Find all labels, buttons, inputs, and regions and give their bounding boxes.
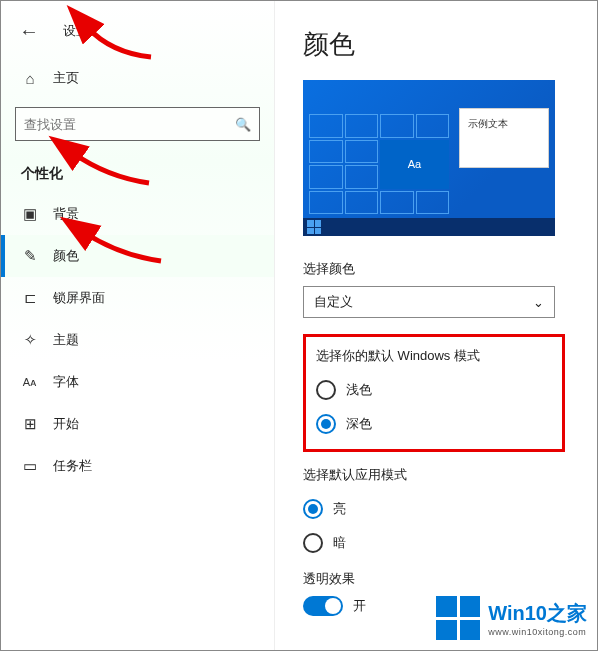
radio-icon <box>303 533 323 553</box>
choose-color-label: 选择颜色 <box>303 260 573 278</box>
transparency-value: 开 <box>353 597 366 615</box>
watermark: Win10之家 www.win10xitong.com <box>436 596 587 640</box>
palette-icon: ✎ <box>21 247 39 265</box>
sidebar-item-start[interactable]: ⊞ 开始 <box>1 403 274 445</box>
windows-mode-label: 选择你的默认 Windows 模式 <box>316 347 552 365</box>
preview-accent-tile: Aa <box>380 140 449 189</box>
color-preview: Aa 示例文本 <box>303 80 555 236</box>
sidebar-item-label: 字体 <box>53 373 79 391</box>
search-input-wrap[interactable]: 🔍 <box>15 107 260 141</box>
sidebar-item-label: 主题 <box>53 331 79 349</box>
start-icon: ⊞ <box>21 415 39 433</box>
watermark-url: www.win10xitong.com <box>488 627 587 637</box>
sidebar-item-label: 锁屏界面 <box>53 289 105 307</box>
theme-icon: ✧ <box>21 331 39 349</box>
app-mode-label: 选择默认应用模式 <box>303 466 573 484</box>
radio-label: 亮 <box>333 500 346 518</box>
lock-icon: ⊏ <box>21 289 39 307</box>
sidebar-item-label: 开始 <box>53 415 79 433</box>
home-nav[interactable]: ⌂ 主页 <box>1 57 274 99</box>
taskbar-icon: ▭ <box>21 457 39 475</box>
windows-mode-light[interactable]: 浅色 <box>316 373 552 407</box>
transparency-toggle[interactable] <box>303 596 343 616</box>
sidebar-section-title: 个性化 <box>1 151 274 193</box>
sidebar-item-colors[interactable]: ✎ 颜色 <box>1 235 274 277</box>
sidebar-item-label: 背景 <box>53 205 79 223</box>
radio-label: 浅色 <box>346 381 372 399</box>
radio-icon <box>316 380 336 400</box>
sidebar-item-label: 颜色 <box>53 247 79 265</box>
window-title: 设置 <box>63 22 89 40</box>
preview-start-button <box>307 220 321 234</box>
back-button[interactable]: ← <box>19 20 39 43</box>
transparency-label: 透明效果 <box>303 570 573 588</box>
sidebar: ← 设置 ⌂ 主页 🔍 个性化 ▣ 背景 ✎ 颜色 ⊏ 锁屏界面 ✧ <box>1 1 275 650</box>
windows-mode-dark[interactable]: 深色 <box>316 407 552 441</box>
home-label: 主页 <box>53 69 79 87</box>
search-icon: 🔍 <box>235 117 251 132</box>
sidebar-item-fonts[interactable]: Aᴀ 字体 <box>1 361 274 403</box>
sidebar-item-taskbar[interactable]: ▭ 任务栏 <box>1 445 274 487</box>
app-mode-light[interactable]: 亮 <box>303 492 573 526</box>
sidebar-item-themes[interactable]: ✧ 主题 <box>1 319 274 361</box>
preview-start-tiles: Aa <box>309 114 449 214</box>
watermark-brand: Win10之家 <box>488 600 587 627</box>
choose-color-value: 自定义 <box>314 293 353 311</box>
search-input[interactable] <box>24 117 224 132</box>
radio-label: 暗 <box>333 534 346 552</box>
page-title: 颜色 <box>303 27 573 62</box>
home-icon: ⌂ <box>21 70 39 87</box>
font-icon: Aᴀ <box>21 376 39 389</box>
preview-sample-window: 示例文本 <box>459 108 549 168</box>
sidebar-item-lockscreen[interactable]: ⊏ 锁屏界面 <box>1 277 274 319</box>
radio-icon <box>316 414 336 434</box>
choose-color-select[interactable]: 自定义 ⌄ <box>303 286 555 318</box>
chevron-down-icon: ⌄ <box>533 295 544 310</box>
radio-label: 深色 <box>346 415 372 433</box>
radio-icon <box>303 499 323 519</box>
sidebar-item-background[interactable]: ▣ 背景 <box>1 193 274 235</box>
windows-logo-icon <box>436 596 480 640</box>
picture-icon: ▣ <box>21 205 39 223</box>
preview-taskbar <box>303 218 555 236</box>
main-content: 颜色 Aa 示例文本 选择颜色 自定义 ⌄ 选择你的默认 Windows 模式 <box>275 1 597 650</box>
windows-mode-group-highlight: 选择你的默认 Windows 模式 浅色 深色 <box>303 334 565 452</box>
app-mode-dark[interactable]: 暗 <box>303 526 573 560</box>
sidebar-item-label: 任务栏 <box>53 457 92 475</box>
